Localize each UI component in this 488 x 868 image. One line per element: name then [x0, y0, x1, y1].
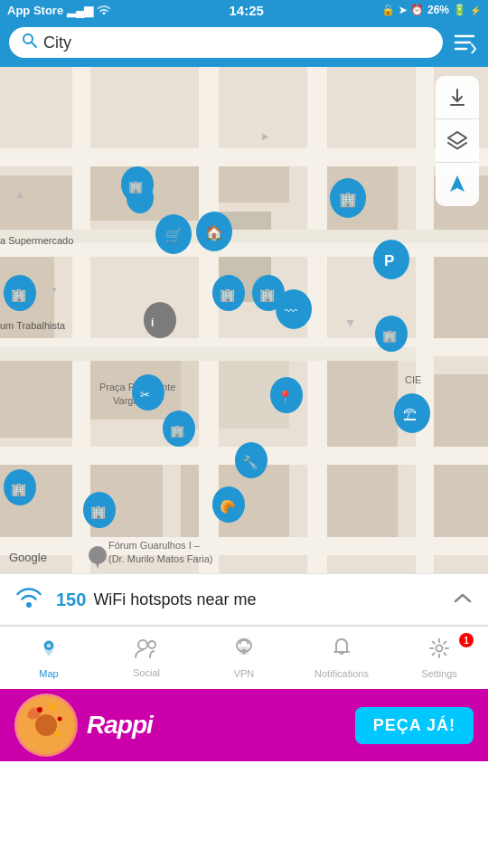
status-bar: App Store ▂▄▆ 14:25 🔒 ➤ ⏰ 26% 🔋 ⚡ — [0, 0, 488, 20]
svg-text:🏢: 🏢 — [11, 482, 27, 497]
layers-button[interactable] — [436, 119, 479, 163]
svg-rect-33 — [0, 347, 416, 361]
search-bar: City — [0, 20, 488, 67]
rappi-cta-button[interactable]: PEÇA JÁ! — [355, 707, 474, 744]
svg-text:a Supermercado: a Supermercado — [0, 235, 73, 246]
svg-point-107 — [56, 732, 61, 737]
svg-rect-12 — [0, 356, 72, 438]
svg-rect-26 — [416, 67, 434, 573]
svg-text:🥐: 🥐 — [220, 499, 236, 514]
svg-point-95 — [148, 641, 155, 648]
rappi-left: Rappi — [14, 693, 153, 757]
time-display: 14:25 — [229, 3, 263, 18]
wifi-count: 150 — [56, 590, 86, 610]
map-icon — [37, 637, 61, 666]
svg-point-91 — [26, 602, 32, 608]
rappi-banner[interactable]: Rappi PEÇA JÁ! — [0, 689, 488, 761]
search-input-container[interactable]: City — [9, 27, 443, 58]
lock-status-icon: 🔒 — [381, 4, 395, 16]
sort-button[interactable] — [452, 32, 479, 53]
settings-badge: 1 — [459, 633, 474, 647]
svg-text:〰: 〰 — [285, 304, 297, 318]
svg-text:um Trabalhista: um Trabalhista — [0, 320, 66, 331]
nav-item-social[interactable]: Social — [101, 637, 192, 678]
svg-text:🏢: 🏢 — [339, 191, 357, 208]
wifi-icon — [14, 585, 43, 615]
svg-point-102 — [35, 714, 57, 736]
carrier-label: App Store — [7, 4, 63, 17]
settings-icon — [427, 637, 451, 666]
svg-text:(Dr. Murilo Matos Faria): (Dr. Murilo Matos Faria) — [108, 553, 213, 564]
map-controls — [436, 76, 479, 206]
rappi-donut-image — [14, 693, 78, 757]
svg-rect-25 — [307, 67, 327, 573]
nav-label-notifications: Notifications — [314, 668, 369, 679]
svg-text:P: P — [384, 252, 394, 269]
wifi-label: WiFi hotspots near me — [93, 590, 452, 609]
svg-text:▶: ▶ — [346, 320, 356, 327]
svg-rect-27 — [0, 148, 488, 166]
svg-text:🏢: 🏢 — [90, 505, 107, 520]
my-location-button[interactable] — [436, 163, 479, 206]
svg-text:Fórum Guarulhos I –: Fórum Guarulhos I – — [108, 540, 201, 551]
download-button[interactable] — [436, 76, 479, 119]
social-icon — [134, 637, 159, 665]
svg-point-70 — [144, 302, 176, 338]
svg-text:🔧: 🔧 — [242, 455, 258, 470]
alarm-icon: ⏰ — [410, 4, 424, 16]
nav-label-map: Map — [39, 668, 58, 679]
vpn-icon — [232, 637, 256, 666]
svg-text:🏢: 🏢 — [128, 179, 144, 194]
svg-marker-90 — [448, 132, 466, 144]
nav-item-notifications[interactable]: Notifications — [296, 637, 387, 679]
svg-rect-7 — [0, 175, 72, 230]
nav-label-vpn: VPN — [234, 668, 255, 679]
svg-text:🏢: 🏢 — [382, 328, 398, 344]
map-area[interactable]: ▶ ▼ ▶ ▶ ▶ Fórum Guarulhos I – (Dr. Muril… — [0, 67, 488, 573]
svg-text:CIE: CIE — [405, 374, 421, 385]
svg-text:▶: ▶ — [14, 191, 24, 198]
search-text: City — [43, 33, 71, 52]
svg-point-106 — [58, 717, 62, 722]
svg-text:i: i — [151, 316, 154, 329]
svg-point-104 — [37, 707, 42, 712]
svg-text:📍: 📍 — [277, 390, 294, 405]
svg-text:🏠: 🏠 — [205, 224, 223, 241]
google-label: Google — [9, 551, 47, 564]
svg-rect-31 — [0, 537, 488, 555]
nav-item-vpn[interactable]: VPN — [199, 637, 289, 679]
nav-label-settings: Settings — [421, 668, 457, 679]
wifi-status-icon — [97, 4, 111, 17]
nav-item-settings[interactable]: 1 Settings — [394, 637, 484, 679]
bottom-nav: Map Social VPN — [0, 626, 488, 689]
svg-text:⛱: ⛱ — [403, 407, 417, 422]
svg-text:🏢: 🏢 — [220, 288, 236, 303]
svg-line-1 — [32, 42, 36, 47]
nav-item-map[interactable]: Map — [4, 637, 94, 679]
nav-label-social: Social — [133, 667, 160, 678]
rappi-logo: Rappi — [87, 711, 153, 740]
svg-text:🏢: 🏢 — [170, 423, 185, 439]
charging-icon: ⚡ — [470, 5, 481, 15]
svg-text:✂: ✂ — [140, 388, 150, 401]
notifications-icon — [330, 637, 353, 666]
signal-icon: ▂▄▆ — [67, 4, 93, 17]
wifi-banner[interactable]: 150 WiFi hotspots near me — [0, 573, 488, 626]
svg-text:🏢: 🏢 — [11, 288, 27, 303]
svg-text:▶: ▶ — [262, 131, 269, 141]
search-icon — [22, 33, 38, 52]
wifi-collapse-button[interactable] — [452, 588, 474, 611]
svg-point-105 — [50, 704, 55, 710]
gps-icon: ➤ — [399, 5, 407, 16]
svg-text:🛒: 🛒 — [164, 227, 183, 244]
svg-point-94 — [138, 640, 147, 649]
svg-rect-23 — [72, 67, 90, 573]
battery-icon: 🔋 — [453, 4, 466, 16]
svg-text:🏢: 🏢 — [259, 288, 276, 303]
svg-text:▼: ▼ — [50, 285, 59, 295]
battery-label: 26% — [427, 4, 449, 16]
svg-point-100 — [436, 646, 443, 652]
